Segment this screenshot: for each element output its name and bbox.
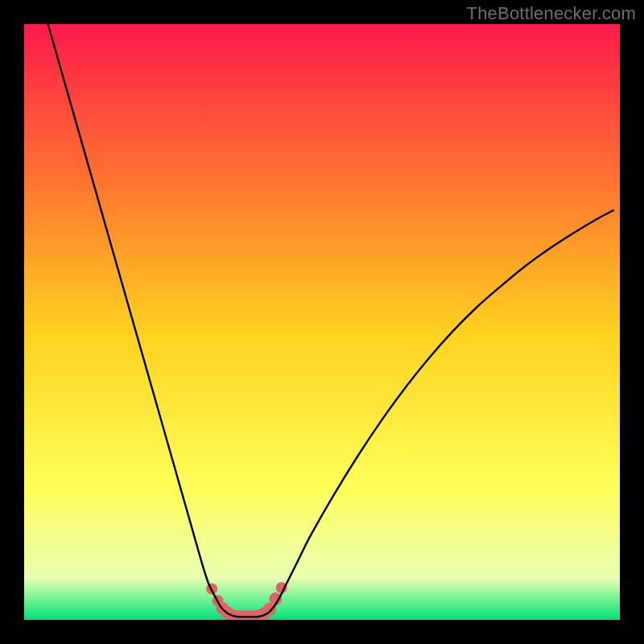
gradient-background [24, 24, 620, 620]
chart-frame: TheBottlenecker.com [0, 0, 644, 644]
plot-area [24, 24, 620, 620]
attribution-text: TheBottlenecker.com [467, 3, 636, 24]
chart-svg [24, 24, 620, 620]
